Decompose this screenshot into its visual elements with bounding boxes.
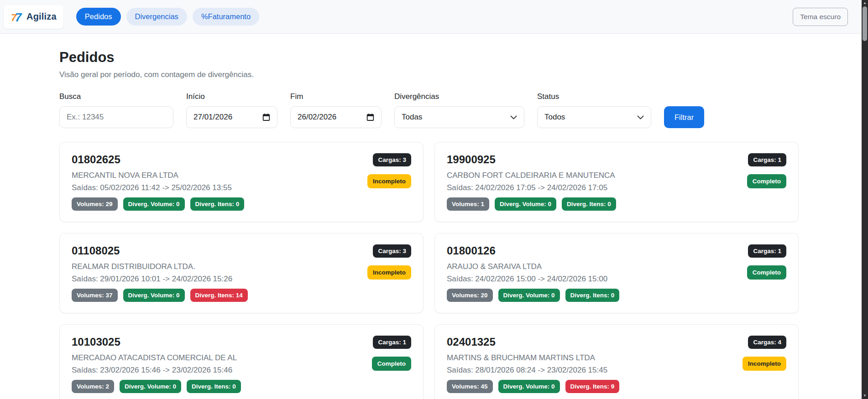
main-content: Pedidos Visão geral por período, com con… bbox=[0, 34, 799, 399]
start-date-input[interactable]: 27/01/2026 bbox=[186, 106, 277, 128]
order-card-side: Cargas: 4 Incompleto bbox=[743, 336, 786, 393]
status-badge: Incompleto bbox=[367, 265, 411, 280]
order-card[interactable]: 02401325 MARTINS & BRUCHMAM MARTINS LTDA… bbox=[434, 324, 799, 399]
calendar-icon[interactable] bbox=[366, 113, 374, 121]
diverg-volume-badge: Diverg. Volume: 0 bbox=[123, 289, 185, 302]
filter-submit-button[interactable]: Filtrar bbox=[664, 106, 704, 128]
chevron-down-icon bbox=[637, 115, 644, 119]
order-card-side: Cargas: 3 Incompleto bbox=[367, 153, 411, 211]
order-metric-badges: Volumes: 20 Diverg. Volume: 0 Diverg. It… bbox=[447, 289, 619, 302]
diverg-volume-badge: Diverg. Volume: 0 bbox=[120, 380, 181, 393]
order-number: 19900925 bbox=[447, 153, 616, 166]
order-card-main: 02401325 MARTINS & BRUCHMAM MARTINS LTDA… bbox=[447, 336, 619, 393]
order-card-side: Cargas: 1 Completo bbox=[747, 153, 786, 211]
order-company: MERCANTIL NOVA ERA LTDA bbox=[72, 171, 244, 180]
status-badge: Completo bbox=[747, 265, 786, 280]
status-select[interactable]: Todos bbox=[537, 106, 651, 128]
diverg-volume-badge: Diverg. Volume: 0 bbox=[498, 289, 560, 302]
order-departures: Saídas: 24/02/2026 15:00 -> 24/02/2026 1… bbox=[447, 275, 619, 284]
order-company: ARAUJO & SARAIVA LTDA bbox=[447, 262, 619, 271]
cargas-badge: Cargas: 3 bbox=[373, 153, 411, 166]
order-card[interactable]: 10103025 MERCADAO ATACADISTA COMERCIAL D… bbox=[59, 324, 424, 399]
order-card[interactable]: 01108025 REALMAR DISTRIBUIDORA LTDA. Saí… bbox=[59, 233, 424, 313]
volumes-badge: Volumes: 29 bbox=[72, 197, 118, 211]
inicio-label: Início bbox=[186, 92, 277, 101]
status-selected-value: Todos bbox=[544, 113, 565, 122]
filter-bar: Busca Início 27/01/2026 Fim 26/0 bbox=[59, 92, 799, 128]
divergencias-select[interactable]: Todas bbox=[394, 106, 524, 128]
scroll-up-icon[interactable]: ▲ bbox=[862, 1, 868, 5]
diverg-itens-badge: Diverg. Itens: 0 bbox=[565, 289, 620, 302]
volumes-badge: Volumes: 45 bbox=[447, 380, 493, 393]
order-departures: Saídas: 28/01/2026 08:24 -> 23/02/2026 1… bbox=[447, 366, 619, 375]
filter-status: Status Todos bbox=[537, 92, 651, 128]
agiliza-logo-icon: 7 7 bbox=[10, 10, 24, 24]
order-metric-badges: Volumes: 37 Diverg. Volume: 0 Diverg. It… bbox=[72, 289, 248, 302]
order-metric-badges: Volumes: 2 Diverg. Volume: 0 Diverg. Ite… bbox=[72, 380, 241, 393]
filter-inicio: Início 27/01/2026 bbox=[186, 92, 277, 128]
theme-toggle-button[interactable]: Tema escuro bbox=[793, 8, 848, 26]
order-number: 10103025 bbox=[72, 336, 241, 348]
order-card-main: 10103025 MERCADAO ATACADISTA COMERCIAL D… bbox=[72, 336, 241, 393]
diverg-volume-badge: Diverg. Volume: 0 bbox=[495, 197, 556, 211]
order-card[interactable]: 01802625 MERCANTIL NOVA ERA LTDA Saídas:… bbox=[59, 142, 424, 222]
diverg-volume-badge: Diverg. Volume: 0 bbox=[498, 380, 560, 393]
page-subtitle: Visão geral por período, com contagem de… bbox=[59, 70, 799, 79]
order-number: 01108025 bbox=[72, 244, 248, 257]
tab-faturamento[interactable]: %Faturamento bbox=[193, 8, 259, 26]
order-departures: Saídas: 05/02/2026 11:42 -> 25/02/2026 1… bbox=[72, 183, 244, 192]
order-company: MERCADAO ATACADISTA COMERCIAL DE AL bbox=[72, 353, 241, 363]
status-badge: Incompleto bbox=[367, 174, 411, 188]
top-navbar: 7 7 Agiliza Pedidos Divergencias %Fatura… bbox=[0, 0, 868, 34]
order-card[interactable]: 01800126 ARAUJO & SARAIVA LTDA Saídas: 2… bbox=[434, 233, 799, 313]
volumes-badge: Volumes: 2 bbox=[72, 380, 114, 393]
filter-busca: Busca bbox=[59, 92, 173, 128]
brand-logo[interactable]: 7 7 Agiliza bbox=[4, 5, 63, 29]
scrollbar[interactable]: ▲ ▼ bbox=[862, 0, 868, 399]
status-badge: Completo bbox=[747, 174, 786, 188]
diverg-itens-badge: Diverg. Itens: 0 bbox=[190, 197, 245, 211]
tab-pedidos[interactable]: Pedidos bbox=[76, 8, 121, 26]
chevron-down-icon bbox=[510, 115, 517, 119]
search-input[interactable] bbox=[59, 106, 173, 128]
volumes-badge: Volumes: 37 bbox=[72, 289, 118, 302]
cargas-badge: Cargas: 1 bbox=[748, 153, 786, 166]
svg-text:7: 7 bbox=[15, 10, 22, 24]
orders-grid: 01802625 MERCANTIL NOVA ERA LTDA Saídas:… bbox=[59, 142, 799, 399]
diverg-itens-badge: Diverg. Itens: 9 bbox=[565, 380, 620, 393]
order-company: REALMAR DISTRIBUIDORA LTDA. bbox=[72, 262, 248, 271]
volumes-badge: Volumes: 20 bbox=[447, 289, 493, 302]
scroll-down-icon[interactable]: ▼ bbox=[862, 394, 868, 398]
order-number: 01802625 bbox=[72, 153, 244, 166]
calendar-icon[interactable] bbox=[262, 113, 270, 121]
filter-fim: Fim 26/02/2026 bbox=[290, 92, 382, 128]
order-metric-badges: Volumes: 1 Diverg. Volume: 0 Diverg. Ite… bbox=[447, 197, 616, 211]
main-tabs: Pedidos Divergencias %Faturamento bbox=[76, 8, 259, 26]
order-card[interactable]: 19900925 CARBON FORT CALDEIRARIA E MANUT… bbox=[434, 142, 799, 222]
divergencias-selected-value: Todas bbox=[402, 113, 422, 122]
order-card-side: Cargas: 3 Incompleto bbox=[367, 244, 411, 302]
scrollbar-thumb[interactable] bbox=[863, 6, 867, 41]
order-metric-badges: Volumes: 45 Diverg. Volume: 0 Diverg. It… bbox=[447, 380, 619, 393]
cargas-badge: Cargas: 1 bbox=[373, 336, 411, 349]
tab-divergencias[interactable]: Divergencias bbox=[126, 8, 187, 26]
order-number: 02401325 bbox=[447, 336, 619, 348]
order-card-side: Cargas: 1 Completo bbox=[747, 244, 786, 302]
diverg-volume-badge: Diverg. Volume: 0 bbox=[123, 197, 185, 211]
order-card-main: 01800126 ARAUJO & SARAIVA LTDA Saídas: 2… bbox=[447, 244, 619, 302]
brand-name: Agiliza bbox=[26, 11, 57, 22]
end-date-input[interactable]: 26/02/2026 bbox=[290, 106, 382, 128]
busca-label: Busca bbox=[59, 92, 173, 101]
start-date-value: 27/01/2026 bbox=[193, 113, 232, 122]
page-title: Pedidos bbox=[59, 49, 799, 66]
cargas-badge: Cargas: 3 bbox=[373, 244, 411, 258]
status-badge: Incompleto bbox=[743, 357, 786, 371]
order-card-main: 01108025 REALMAR DISTRIBUIDORA LTDA. Saí… bbox=[72, 244, 248, 302]
filter-divergencias: Divergências Todas bbox=[394, 92, 524, 128]
order-departures: Saídas: 23/02/2026 15:46 -> 23/02/2026 1… bbox=[72, 366, 241, 375]
diverg-itens-badge: Diverg. Itens: 0 bbox=[562, 197, 616, 211]
order-company: CARBON FORT CALDEIRARIA E MANUTENCA bbox=[447, 171, 616, 180]
end-date-value: 26/02/2026 bbox=[298, 113, 336, 122]
cargas-badge: Cargas: 1 bbox=[748, 244, 786, 258]
volumes-badge: Volumes: 1 bbox=[447, 197, 489, 211]
